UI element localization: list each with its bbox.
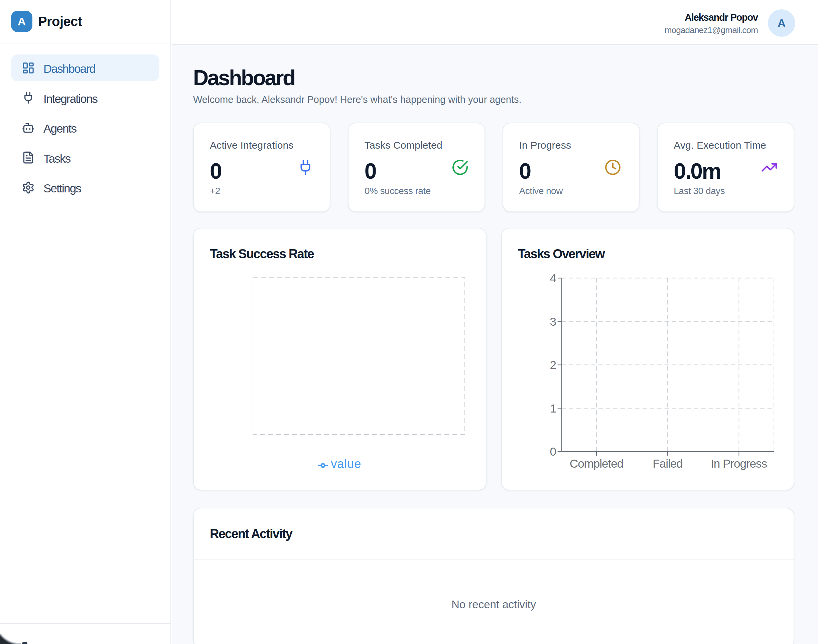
svg-text:2: 2 bbox=[550, 359, 556, 371]
svg-text:Completed: Completed bbox=[569, 457, 623, 470]
svg-text:0: 0 bbox=[550, 445, 556, 458]
svg-text:4: 4 bbox=[550, 271, 556, 285]
svg-text:Failed: Failed bbox=[652, 457, 682, 470]
svg-text:In Progress: In Progress bbox=[711, 457, 767, 470]
svg-text:1: 1 bbox=[550, 402, 556, 415]
svg-text:3: 3 bbox=[550, 315, 556, 328]
